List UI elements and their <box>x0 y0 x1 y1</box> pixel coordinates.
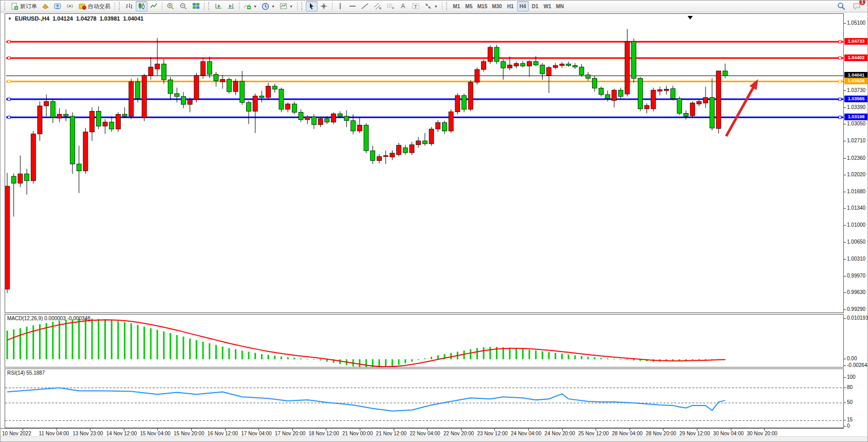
text-label-button[interactable]: T <box>410 1 422 11</box>
crosshair-button[interactable] <box>318 1 330 11</box>
macd-bar <box>281 357 282 359</box>
macd-bar <box>98 319 99 359</box>
autotrading-button[interactable]: 自动交易 <box>77 1 113 11</box>
bull-candle <box>90 112 95 132</box>
vertical-line-button[interactable] <box>335 1 346 11</box>
macd-bar <box>46 323 47 359</box>
price-tick-label: 1.00650 <box>847 239 868 245</box>
navigator-button[interactable] <box>52 1 64 11</box>
clock-icon <box>262 3 269 10</box>
rsi-label: RSI(14) 55.1887 <box>7 370 45 376</box>
zoom-in-icon <box>167 3 175 10</box>
signal-button[interactable] <box>64 1 76 11</box>
timeframe-h1-button[interactable]: H1 <box>505 1 516 11</box>
macd-bar <box>242 351 243 359</box>
main-chart-pane[interactable]: ▼ EURUSD-,H4 1.04124 1.04278 1.03981 1.0… <box>5 13 844 313</box>
market-watch-button[interactable] <box>40 1 51 11</box>
tile-windows-button[interactable] <box>190 1 202 11</box>
bar-chart-button[interactable] <box>123 1 135 11</box>
bear-candle <box>723 71 728 76</box>
candlestick-chart-button[interactable] <box>136 1 147 11</box>
chart-shift-button[interactable] <box>225 1 237 11</box>
macd-bar <box>561 354 563 359</box>
bull-candle <box>357 125 362 131</box>
line-chart-button[interactable] <box>148 1 160 11</box>
fibonacci-button[interactable]: F <box>384 1 397 11</box>
bear-candle <box>632 41 636 78</box>
macd-bar <box>111 320 113 359</box>
timeframe-h4-button[interactable]: H4 <box>517 1 529 11</box>
timeframe-mn-button[interactable]: MN <box>554 1 566 11</box>
periods-caret-icon: ▼ <box>271 5 275 8</box>
line-chart-icon <box>150 3 158 10</box>
toolbar-grip[interactable] <box>4 2 7 10</box>
price-axis[interactable]: 1.051001.037301.033901.030501.027101.023… <box>844 13 868 436</box>
cursor-button[interactable] <box>306 1 318 11</box>
rsi-axis-label: 80 <box>847 384 868 390</box>
price-tag: 1.04402 <box>844 54 868 61</box>
bear-candle <box>351 121 356 131</box>
macd-bar <box>509 348 510 359</box>
bull-candle <box>188 100 192 105</box>
periods-button[interactable]: ▼ <box>260 1 277 11</box>
new-order-label: 新订单 <box>20 3 37 10</box>
auto-scroll-button[interactable] <box>213 1 225 11</box>
price-tick-label: 1.03390 <box>847 104 868 110</box>
macd-bar <box>535 351 537 359</box>
equidistant-channel-icon: E <box>374 3 382 10</box>
indicators-button[interactable]: ▼ <box>242 1 259 11</box>
macd-bar <box>470 349 471 359</box>
bull-candle <box>697 101 701 104</box>
macd-bar <box>104 320 106 360</box>
timeframe-m5-button[interactable]: M5 <box>463 1 475 11</box>
macd-bar <box>600 358 602 359</box>
macd-bar <box>254 353 256 359</box>
timeframe-d1-button[interactable]: D1 <box>529 1 541 11</box>
macd-bar <box>587 357 589 359</box>
notifications-button[interactable]: 1 <box>851 1 863 11</box>
macd-axis-label: 0.00 <box>847 356 868 361</box>
toolbar: 新订单 自动交易 <box>1 1 868 12</box>
macd-bar <box>614 359 615 359</box>
bear-candle <box>227 79 231 91</box>
price-tick-label: 1.02360 <box>847 155 868 161</box>
bear-candle <box>207 62 212 75</box>
macd-axis-label: -0.002642 <box>847 362 868 368</box>
bear-candle <box>168 80 173 94</box>
macd-bar <box>287 357 289 359</box>
timeframe-m30-button[interactable]: M30 <box>490 1 504 11</box>
bull-candle <box>142 76 146 118</box>
macd-bar <box>418 359 419 360</box>
macd-bar <box>52 322 53 359</box>
macd-bar <box>78 319 80 359</box>
timeframe-w1-button[interactable]: W1 <box>542 1 553 11</box>
bull-candle <box>703 98 708 103</box>
zoom-out-button[interactable] <box>177 1 190 11</box>
time-tick-label: 15 Nov 04:00 <box>140 431 171 436</box>
bull-candle <box>266 86 271 98</box>
new-order-button[interactable]: 新订单 <box>9 1 39 11</box>
time-axis[interactable]: 10 Nov 202211 Nov 04:0013 Nov 23:0014 No… <box>1 428 844 437</box>
timeframe-m1-button[interactable]: M1 <box>451 1 463 11</box>
rsi-pane[interactable]: RSI(14) 55.1887 <box>5 369 844 428</box>
timeframe-m15-button[interactable]: M15 <box>475 1 489 11</box>
macd-pane[interactable]: MACD(12,26,9) 0.000003 -0.000348 <box>5 314 844 367</box>
arrows-button[interactable]: ▼ <box>422 1 440 11</box>
trendline-button[interactable] <box>359 1 371 11</box>
horizontal-line-button[interactable] <box>347 1 359 11</box>
bull-candle <box>31 134 35 181</box>
macd-bar <box>522 349 524 359</box>
macd-bar <box>385 359 386 367</box>
bull-candle <box>410 145 414 153</box>
macd-bar <box>404 359 406 363</box>
text-button[interactable]: A <box>397 1 409 11</box>
bull-candle <box>449 112 453 131</box>
macd-label: MACD(12,26,9) 0.000003 -0.000348 <box>7 316 90 321</box>
zoom-in-button[interactable] <box>164 1 177 11</box>
collapse-indicator-icon[interactable]: ▼ <box>8 16 12 21</box>
bull-candle <box>57 114 62 118</box>
equidistant-channel-button[interactable]: E <box>372 1 384 11</box>
search-button[interactable] <box>835 1 847 11</box>
templates-button[interactable]: ▼ <box>278 1 295 11</box>
macd-bar <box>59 321 60 359</box>
